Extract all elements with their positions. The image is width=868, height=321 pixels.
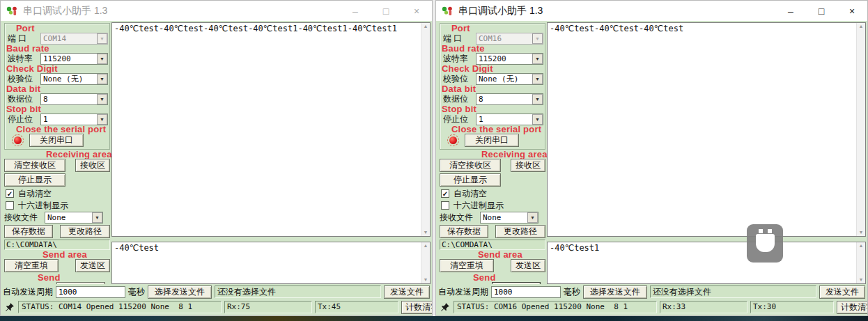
- save-data-button[interactable]: 保存数据: [4, 225, 53, 238]
- tx-count-field: Tx:30: [750, 301, 834, 313]
- scroll-up-icon[interactable]: ▲: [859, 243, 864, 249]
- auto-send-period-input[interactable]: [491, 286, 561, 298]
- usb-plug-icon: [756, 234, 775, 252]
- send-text: -40℃test: [112, 242, 421, 283]
- chevron-down-icon[interactable]: ▼: [532, 33, 543, 44]
- data-bit-select[interactable]: 8 ▼: [40, 93, 108, 105]
- send-scrollbar[interactable]: ▲ ▼: [421, 242, 430, 283]
- port-select[interactable]: COM16 ▼: [476, 33, 543, 45]
- chevron-down-icon[interactable]: ▼: [97, 33, 107, 44]
- chevron-down-icon[interactable]: ▼: [532, 74, 543, 84]
- receive-area[interactable]: -40℃test-40℃test-40℃test ▲ ▼: [547, 22, 866, 237]
- data-bit-select[interactable]: 8 ▼: [476, 93, 543, 105]
- annotation-close-serial: Close the serial port: [451, 125, 543, 133]
- reset-count-button[interactable]: 计数清零: [401, 301, 433, 314]
- pin-icon: [4, 302, 15, 313]
- app-window: 串口调试小助手 1.3 – □ × Port 端 口 COM14: [0, 0, 433, 316]
- annotation-baud-rate: Baud rate: [6, 45, 108, 52]
- clear-receive-button[interactable]: 清空接收区: [440, 159, 501, 172]
- choose-send-file-button[interactable]: 选择发送文件: [148, 285, 212, 299]
- scroll-down-icon[interactable]: ▼: [424, 230, 428, 235]
- stop-display-button[interactable]: 停止显示: [4, 173, 65, 187]
- annotation-data-bit: Data bit: [6, 85, 108, 93]
- window-title: 串口调试小助手 1.3: [23, 5, 107, 17]
- chevron-down-icon[interactable]: ▼: [97, 74, 107, 84]
- scroll-up-icon[interactable]: ▲: [859, 24, 864, 29]
- send-area-button[interactable]: 发送区: [75, 259, 110, 272]
- settings-panel: Port 端 口 COM16 ▼ Baud rate: [437, 22, 547, 284]
- minimize-icon[interactable]: –: [340, 1, 371, 21]
- hex-display-checkbox[interactable]: [6, 201, 14, 210]
- close-serial-button[interactable]: 关闭串口: [29, 134, 84, 147]
- annotation-receiving-area: Receiving area: [46, 150, 110, 158]
- close-serial-button[interactable]: 关闭串口: [465, 134, 519, 147]
- change-path-button[interactable]: 更改路径: [495, 225, 545, 238]
- receive-text: -40℃test-40℃test-40℃test-40℃test1-40℃tes…: [112, 23, 421, 236]
- annotation-port: Port: [451, 24, 543, 32]
- receive-area[interactable]: -40℃test-40℃test-40℃test-40℃test1-40℃tes…: [111, 22, 431, 237]
- settings-panel: Port 端 口 COM14 ▼ Baud rate: [2, 22, 111, 284]
- close-icon[interactable]: ×: [837, 1, 867, 21]
- receive-scrollbar[interactable]: ▲ ▼: [421, 23, 430, 236]
- client-area: Port 端 口 COM16 ▼ Baud rate: [436, 21, 867, 315]
- send-area[interactable]: -40℃test1 ▲ ▼: [547, 242, 866, 284]
- scroll-down-icon[interactable]: ▼: [859, 230, 864, 235]
- hex-display-checkbox[interactable]: [441, 201, 449, 210]
- titlebar: 串口调试小助手 1.3 – □ ×: [436, 1, 867, 21]
- check-select[interactable]: None (无) ▼: [40, 73, 108, 85]
- status-field: STATUS: COM16 Opened 115200 None 8 1: [454, 301, 657, 313]
- auto-clear-checkbox[interactable]: ✓: [441, 189, 449, 198]
- chevron-down-icon[interactable]: ▼: [532, 54, 543, 64]
- send-text: -40℃test1: [548, 242, 856, 283]
- send-area-button[interactable]: 发送区: [511, 259, 545, 272]
- chevron-down-icon[interactable]: ▼: [97, 54, 107, 64]
- chevron-down-icon[interactable]: ▼: [532, 94, 543, 104]
- send-file-button[interactable]: 发送文件: [384, 285, 430, 299]
- milliseconds-label: 毫秒: [128, 286, 145, 298]
- auto-send-period-input[interactable]: [56, 286, 125, 298]
- chevron-down-icon[interactable]: ▼: [92, 212, 102, 223]
- check-select[interactable]: None (无) ▼: [476, 73, 543, 85]
- chevron-down-icon[interactable]: ▼: [97, 94, 107, 104]
- auto-send-period-label: 自动发送周期: [3, 286, 53, 298]
- rx-count-field: Rx:75: [224, 301, 312, 313]
- annotation-send: Send: [473, 274, 545, 281]
- choose-send-file-button[interactable]: 选择发送文件: [583, 285, 647, 299]
- change-path-button[interactable]: 更改路径: [60, 225, 110, 238]
- maximize-icon[interactable]: □: [806, 1, 837, 21]
- chevron-down-icon[interactable]: ▼: [532, 114, 543, 125]
- save-path-field: C:\COMDATA\: [4, 240, 110, 250]
- send-area[interactable]: -40℃test ▲ ▼: [111, 242, 431, 284]
- receive-file-select[interactable]: None ▼: [480, 212, 538, 224]
- annotation-baud-rate: Baud rate: [442, 45, 543, 52]
- reset-count-button[interactable]: 计数清零: [837, 301, 868, 314]
- clear-resend-button[interactable]: 清空重填: [440, 259, 494, 272]
- receive-scrollbar[interactable]: ▲ ▼: [856, 23, 865, 236]
- receive-area-button[interactable]: 接收区: [511, 159, 545, 172]
- send-file-button[interactable]: 发送文件: [819, 285, 865, 299]
- annotation-data-bit: Data bit: [442, 85, 543, 93]
- receive-text: -40℃test-40℃test-40℃test: [548, 23, 856, 236]
- receive-file-label: 接收文件: [440, 212, 480, 224]
- receive-area-button[interactable]: 接收区: [75, 159, 110, 172]
- close-icon[interactable]: ×: [401, 1, 432, 21]
- save-path-field: C:\COMDATA\: [440, 240, 545, 250]
- clear-resend-button[interactable]: 清空重填: [4, 259, 59, 272]
- port-select[interactable]: COM14 ▼: [40, 33, 108, 45]
- chevron-down-icon[interactable]: ▼: [97, 114, 107, 125]
- stop-display-button[interactable]: 停止显示: [440, 173, 501, 187]
- receive-file-select[interactable]: None ▼: [45, 212, 103, 224]
- save-data-button[interactable]: 保存数据: [440, 225, 488, 238]
- scroll-down-icon[interactable]: ▼: [424, 277, 428, 283]
- minimize-icon[interactable]: –: [775, 1, 806, 21]
- clear-receive-button[interactable]: 清空接收区: [4, 159, 65, 172]
- auto-clear-checkbox[interactable]: ✓: [6, 189, 14, 198]
- scroll-up-icon[interactable]: ▲: [424, 24, 428, 29]
- annotation-port: Port: [16, 24, 108, 32]
- annotation-close-serial: Close the serial port: [16, 125, 108, 133]
- maximize-icon[interactable]: □: [371, 1, 401, 21]
- chevron-down-icon[interactable]: ▼: [527, 212, 538, 223]
- scroll-down-icon[interactable]: ▼: [859, 277, 864, 283]
- send-scrollbar[interactable]: ▲ ▼: [856, 242, 865, 283]
- scroll-up-icon[interactable]: ▲: [424, 243, 428, 249]
